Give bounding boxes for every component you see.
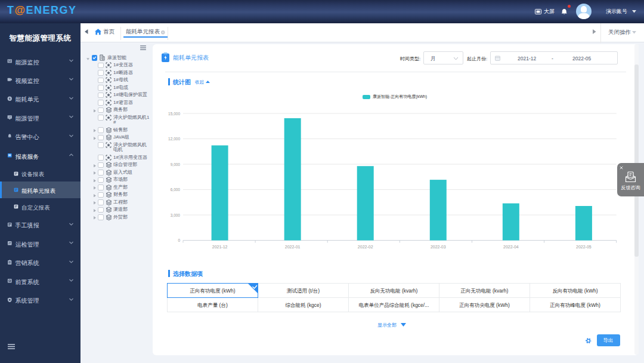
svg-text:9,000: 9,000 <box>171 162 181 167</box>
svg-text:2021-12: 2021-12 <box>212 245 228 249</box>
svg-text:2022-01: 2022-01 <box>285 245 301 249</box>
svg-text:2022-04: 2022-04 <box>503 245 519 249</box>
svg-text:15,000: 15,000 <box>168 112 180 116</box>
svg-text:0: 0 <box>178 238 180 242</box>
svg-text:6,000: 6,000 <box>171 187 181 192</box>
svg-text:2022-03: 2022-03 <box>431 245 446 249</box>
svg-text:12,000: 12,000 <box>168 137 180 141</box>
svg-text:2022-02: 2022-02 <box>358 245 373 249</box>
svg-text:3,000: 3,000 <box>171 213 181 217</box>
svg-text:2022-05: 2022-05 <box>576 245 592 249</box>
